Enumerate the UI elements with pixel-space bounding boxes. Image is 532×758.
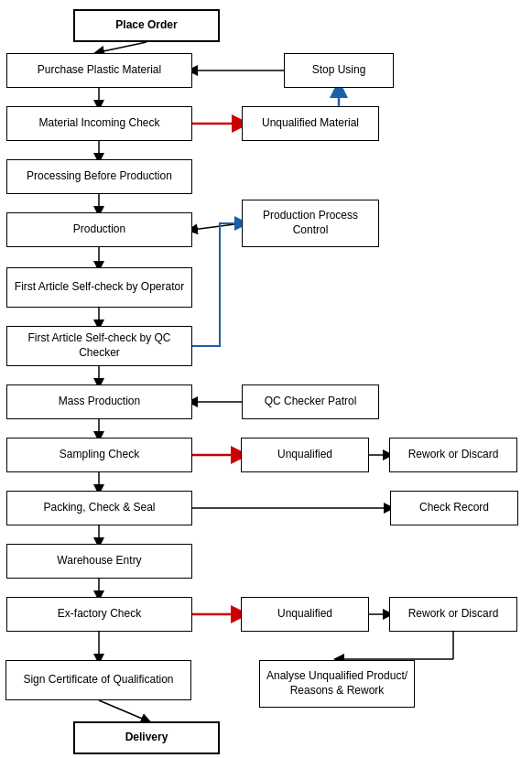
- unqualified-ex: Unqualified: [241, 597, 369, 632]
- incoming: Material Incoming Check: [6, 106, 192, 141]
- flowchart: Place OrderPurchase Plastic MaterialStop…: [0, 0, 532, 758]
- analyse: Analyse Unqualified Product/ Reasons & R…: [259, 660, 415, 708]
- sign-cert: Sign Certificate of Qualification: [5, 660, 191, 700]
- unqualified-samp: Unqualified: [241, 438, 369, 472]
- production: Production: [6, 212, 192, 247]
- warehouse: Warehouse Entry: [6, 544, 192, 579]
- rework-samp: Rework or Discard: [389, 438, 517, 472]
- exfactory: Ex-factory Check: [6, 597, 192, 632]
- check-record: Check Record: [390, 491, 518, 525]
- rework-ex: Rework or Discard: [389, 597, 517, 632]
- delivery: Delivery: [73, 721, 220, 754]
- stop-using: Stop Using: [284, 53, 394, 88]
- packing: Packing, Check & Seal: [6, 491, 192, 525]
- proc-control: Production Process Control: [242, 200, 379, 247]
- first-article-qc: First Article Self-check by QC Checker: [6, 326, 192, 366]
- mass-prod: Mass Production: [6, 384, 192, 419]
- svg-line-23: [192, 223, 242, 230]
- unqualified-mat: Unqualified Material: [242, 106, 379, 141]
- qc-patrol: QC Checker Patrol: [242, 384, 379, 419]
- processing: Processing Before Production: [6, 159, 192, 194]
- svg-line-12: [99, 700, 147, 720]
- place-order: Place Order: [73, 9, 220, 42]
- purchase: Purchase Plastic Material: [6, 53, 192, 88]
- sampling: Sampling Check: [6, 438, 192, 472]
- first-article-op: First Article Self-check by Operator: [6, 267, 192, 308]
- svg-line-0: [99, 42, 147, 52]
